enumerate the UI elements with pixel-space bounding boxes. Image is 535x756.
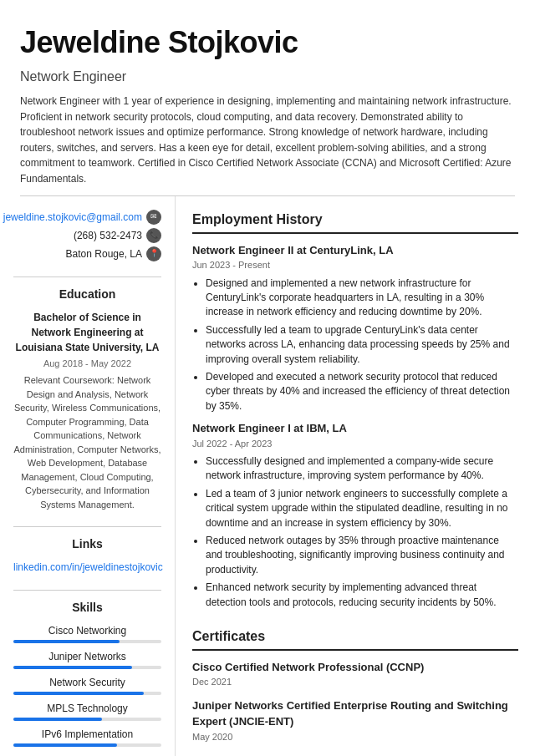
skill-label: Cisco Networking	[13, 623, 161, 638]
skill-bar-fill	[13, 692, 144, 695]
education-title: Education	[13, 286, 161, 303]
skill-label: MPLS Technology	[13, 701, 161, 716]
skill-bar-fill	[13, 666, 132, 669]
certificates-section: Certificates Cisco Certified Network Pro…	[192, 627, 518, 744]
left-column: jeweldine.stojkovic@gmail.com ✉ (268) 53…	[0, 196, 176, 756]
skill-label: Juniper Networks	[13, 649, 161, 664]
cert-name: Cisco Certified Network Professional (CC…	[192, 659, 518, 676]
skill-item: Network Security	[13, 675, 161, 695]
location-text: Baton Rouge, LA	[66, 246, 142, 261]
divider-edu-links	[13, 526, 161, 527]
skill-bar-bg	[13, 718, 161, 721]
links-title: Links	[13, 535, 161, 553]
skill-bar-fill	[13, 640, 120, 643]
phone-icon: 📞	[146, 228, 161, 243]
certificates-title: Certificates	[192, 627, 518, 651]
job-bullet: Successfully led a team to upgrade Centu…	[206, 323, 518, 367]
skill-bar-bg	[13, 640, 161, 643]
skill-bar-bg	[13, 666, 161, 669]
skills-section: Skills Cisco Networking Juniper Networks…	[13, 599, 161, 756]
main-two-col: jeweldine.stojkovic@gmail.com ✉ (268) 53…	[0, 196, 535, 756]
jobs-list: Network Engineer II at CenturyLink, LA J…	[192, 242, 518, 610]
skill-item: MPLS Technology	[13, 701, 161, 721]
skill-label: Wireshark Analysis	[13, 753, 161, 756]
links-section: Links linkedin.com/in/jeweldinestojkovic	[13, 535, 161, 575]
candidate-title: Network Engineer	[20, 67, 515, 87]
job-item: Network Engineer I at IBM, LA Jul 2022 -…	[192, 420, 518, 610]
contact-phone: (268) 532-2473 📞	[13, 228, 161, 243]
email-icon: ✉	[146, 210, 161, 225]
job-bullet: Led a team of 3 junior network engineers…	[206, 487, 518, 530]
skill-bar-fill	[13, 743, 117, 747]
skill-item: Cisco Networking	[13, 623, 161, 643]
skills-title: Skills	[13, 599, 161, 616]
skill-label: IPv6 Implementation	[13, 727, 161, 742]
cert-item: Cisco Certified Network Professional (CC…	[192, 659, 518, 689]
job-bullet: Developed and executed a network securit…	[206, 370, 518, 414]
job-dates: Jul 2022 - Apr 2023	[192, 437, 518, 451]
divider-links-skills	[13, 590, 161, 591]
skill-item: IPv6 Implementation	[13, 727, 161, 747]
cert-date: Dec 2021	[192, 675, 518, 689]
employment-section: Employment History Network Engineer II a…	[192, 210, 518, 610]
linkedin-link[interactable]: linkedin.com/in/jeweldinestojkovic	[13, 560, 161, 575]
phone-text: (268) 532-2473	[74, 228, 142, 243]
job-bullets: Successfully designed and implemented a …	[192, 454, 518, 610]
candidate-summary: Network Engineer with 1 year of experien…	[20, 94, 515, 187]
skill-bar-bg	[13, 743, 161, 747]
job-item: Network Engineer II at CenturyLink, LA J…	[192, 242, 518, 414]
cert-item: Juniper Networks Certified Enterprise Ro…	[192, 698, 518, 744]
job-bullet: Reduced network outages by 35% through p…	[206, 534, 518, 577]
education-dates: Aug 2018 - May 2022	[13, 357, 161, 371]
job-bullet: Designed and implemented a new network i…	[206, 277, 518, 320]
skill-bar-fill	[13, 718, 102, 721]
job-bullets: Designed and implemented a new network i…	[192, 277, 518, 414]
header-section: Jeweldine Stojkovic Network Engineer Net…	[0, 0, 535, 195]
skill-bar-bg	[13, 692, 161, 695]
job-title: Network Engineer I at IBM, LA	[192, 420, 518, 437]
job-bullet: Successfully designed and implemented a …	[206, 454, 518, 484]
right-column: Employment History Network Engineer II a…	[176, 196, 535, 756]
job-title: Network Engineer II at CenturyLink, LA	[192, 242, 518, 259]
location-icon: 📍	[146, 246, 161, 261]
cert-name: Juniper Networks Certified Enterprise Ro…	[192, 698, 518, 730]
employment-title: Employment History	[192, 210, 518, 234]
education-section: Education Bachelor of Science in Network…	[13, 286, 161, 512]
coursework-text: Network Design and Analysis, Network Sec…	[13, 375, 160, 510]
cert-date: May 2020	[192, 730, 518, 744]
email-link[interactable]: jeweldine.stojkovic@gmail.com	[3, 210, 142, 225]
job-dates: Jun 2023 - Present	[192, 258, 518, 272]
contact-location: Baton Rouge, LA 📍	[13, 246, 161, 261]
education-degree: Bachelor of Science in Network Engineeri…	[16, 312, 160, 353]
coursework-label: Relevant Coursework:	[24, 375, 115, 385]
certs-list: Cisco Certified Network Professional (CC…	[192, 659, 518, 744]
skills-list: Cisco Networking Juniper Networks Networ…	[13, 623, 161, 756]
skill-item: Juniper Networks	[13, 649, 161, 669]
education-coursework: Relevant Coursework: Network Design and …	[13, 373, 161, 511]
contact-email: jeweldine.stojkovic@gmail.com ✉	[13, 210, 161, 225]
education-block: Bachelor of Science in Network Engineeri…	[13, 310, 161, 512]
job-bullet: Enhanced network security by implementin…	[206, 581, 518, 610]
contact-section: jeweldine.stojkovic@gmail.com ✉ (268) 53…	[13, 210, 161, 261]
skill-item: Wireshark Analysis	[13, 753, 161, 756]
candidate-name: Jeweldine Stojkovic	[20, 20, 515, 65]
skill-label: Network Security	[13, 675, 161, 690]
divider-contact-edu	[13, 277, 161, 277]
